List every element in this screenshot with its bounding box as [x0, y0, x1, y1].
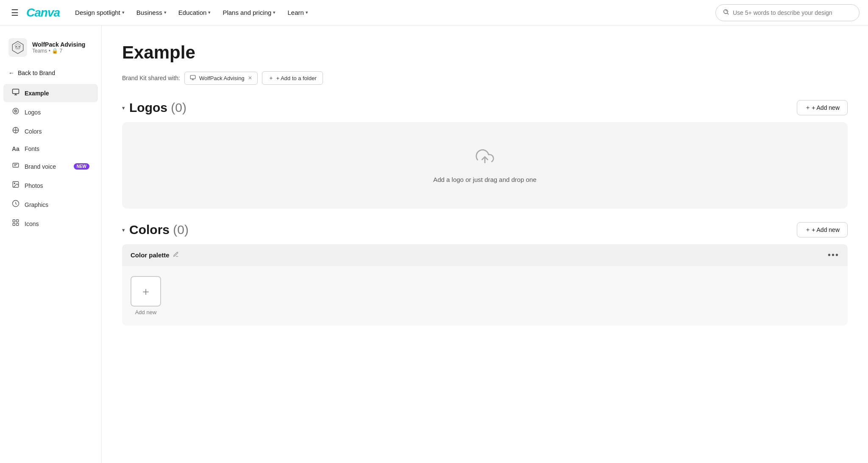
plus-icon: ＋: [805, 226, 811, 234]
shared-team-tag[interactable]: WolfPack Advising ✕: [184, 72, 258, 85]
sidebar-item-logos[interactable]: Logos: [3, 103, 98, 121]
app-body: WolfPack Advising Teams • 🔒 7 ← Back to …: [0, 25, 868, 463]
plus-icon: ＋: [805, 104, 811, 112]
nav-item-business[interactable]: Business ▾: [131, 6, 172, 20]
svg-point-10: [15, 111, 16, 112]
top-nav: ☰ Canva Design spotlight ▾ Business ▾ Ed…: [0, 0, 868, 25]
colors-count: (0): [173, 223, 189, 237]
logos-chevron-icon[interactable]: ▾: [122, 105, 125, 111]
sidebar-brand: WolfPack Advising Teams • 🔒 7: [0, 34, 101, 65]
svg-rect-19: [190, 75, 195, 78]
nav-item-education[interactable]: Education ▾: [173, 6, 216, 20]
nav-item-plans-pricing[interactable]: Plans and pricing ▾: [217, 6, 281, 20]
graphics-icon: [12, 200, 19, 209]
sidebar-item-example[interactable]: Example: [3, 84, 98, 102]
brand-kit-shared-label: Brand Kit shared with:: [122, 75, 180, 81]
page-title: Example: [122, 42, 848, 63]
add-color-label: Add new: [135, 309, 157, 315]
logo-drop-text: Add a logo or just drag and drop one: [433, 176, 537, 183]
sidebar-item-colors[interactable]: Colors: [3, 122, 98, 140]
chevron-down-icon: ▾: [273, 10, 275, 15]
add-color-button[interactable]: ＋: [131, 276, 161, 307]
nav-item-design-spotlight[interactable]: Design spotlight ▾: [70, 6, 130, 20]
back-to-brand-button[interactable]: ← Back to Brand: [0, 65, 101, 81]
logos-section: ▾ Logos (0) ＋ + Add new Add a logo or ju…: [122, 100, 848, 209]
brand-meta: Teams • 🔒 7: [32, 48, 85, 54]
search-input[interactable]: [733, 9, 852, 16]
logos-icon: [12, 107, 19, 117]
logo-drop-zone[interactable]: Add a logo or just drag and drop one: [122, 122, 848, 209]
svg-rect-16: [17, 220, 19, 222]
palette-more-button[interactable]: •••: [828, 250, 839, 260]
svg-point-4: [16, 46, 17, 47]
canva-logo[interactable]: Canva: [26, 6, 60, 20]
svg-rect-12: [13, 163, 19, 167]
shared-team-name: WolfPack Advising: [199, 75, 245, 81]
sidebar-item-brand-voice[interactable]: Brand voice NEW: [3, 157, 98, 176]
palette-name-group: Color palette: [131, 251, 179, 259]
svg-rect-15: [13, 220, 15, 222]
sidebar-item-photos[interactable]: Photos: [3, 176, 98, 195]
svg-line-1: [727, 13, 729, 14]
icons-icon: [12, 219, 19, 229]
hamburger-icon[interactable]: ☰: [8, 5, 21, 20]
sidebar-item-fonts[interactable]: Aa Fonts: [3, 141, 98, 156]
svg-point-14: [14, 183, 15, 184]
colors-add-new-button[interactable]: ＋ + Add new: [797, 222, 848, 237]
logos-add-new-button[interactable]: ＋ + Add new: [797, 100, 848, 115]
fonts-icon: Aa: [12, 145, 19, 152]
colors-section-header: ▾ Colors (0) ＋ + Add new: [122, 222, 848, 237]
svg-point-9: [14, 110, 17, 112]
add-color-wrapper: ＋ Add new: [131, 276, 161, 315]
logos-count: (0): [171, 100, 186, 114]
arrow-left-icon: ←: [8, 70, 14, 76]
chevron-down-icon: ▾: [306, 10, 308, 15]
edit-palette-icon[interactable]: [173, 251, 179, 259]
colors-section-title: Colors (0): [129, 223, 189, 237]
logos-title-group: ▾ Logos (0): [122, 100, 186, 115]
search-bar[interactable]: [715, 4, 860, 21]
svg-rect-17: [13, 223, 15, 226]
sidebar: WolfPack Advising Teams • 🔒 7 ← Back to …: [0, 25, 102, 463]
search-icon: [723, 8, 729, 17]
svg-rect-18: [17, 223, 19, 226]
brand-voice-icon: [12, 162, 19, 171]
color-palette-header: Color palette •••: [122, 244, 848, 266]
colors-chevron-icon[interactable]: ▾: [122, 227, 125, 233]
colors-icon: [12, 126, 19, 136]
chevron-down-icon: ▾: [164, 10, 167, 15]
color-palette-card: Color palette ••• ＋ Add new: [122, 244, 848, 326]
chevron-down-icon: ▾: [122, 10, 125, 15]
add-to-folder-button[interactable]: ＋ + Add to a folder: [262, 71, 323, 85]
colors-title-group: ▾ Colors (0): [122, 223, 189, 237]
logos-section-title: Logos (0): [129, 100, 186, 115]
nav-item-learn[interactable]: Learn ▾: [282, 6, 313, 20]
remove-tag-button[interactable]: ✕: [248, 75, 252, 81]
brand-kit-shared-row: Brand Kit shared with: WolfPack Advising…: [122, 71, 848, 85]
chevron-down-icon: ▾: [208, 10, 211, 15]
svg-point-5: [19, 46, 20, 47]
svg-point-8: [13, 108, 19, 114]
brand-avatar: [8, 38, 27, 57]
main-content: Example Brand Kit shared with: WolfPack …: [102, 25, 868, 463]
folder-plus-icon: ＋: [268, 74, 274, 82]
upload-cloud-icon: [476, 148, 494, 170]
brand-name: WolfPack Advising: [32, 41, 85, 48]
svg-rect-7: [13, 89, 19, 94]
colors-section: ▾ Colors (0) ＋ + Add new Color palette: [122, 222, 848, 326]
nav-items: Design spotlight ▾ Business ▾ Education …: [70, 6, 712, 20]
example-icon: [12, 88, 19, 98]
logos-section-header: ▾ Logos (0) ＋ + Add new: [122, 100, 848, 115]
brand-info: WolfPack Advising Teams • 🔒 7: [32, 41, 85, 54]
photos-icon: [12, 181, 19, 190]
new-badge: NEW: [74, 163, 89, 170]
team-icon: [190, 75, 196, 82]
palette-name: Color palette: [131, 251, 170, 259]
sidebar-item-icons[interactable]: Icons: [3, 215, 98, 233]
color-palette-body: ＋ Add new: [122, 266, 848, 326]
sidebar-item-graphics[interactable]: Graphics: [3, 195, 98, 214]
